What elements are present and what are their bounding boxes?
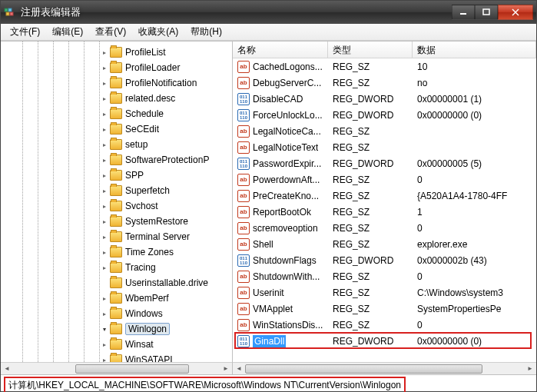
expand-icon[interactable]: ▸ xyxy=(101,310,108,317)
value-name: CachedLogons... xyxy=(253,61,323,72)
tree-item[interactable]: ▸Superfetch xyxy=(1,183,232,198)
expand-icon[interactable]: ▸ xyxy=(101,187,108,194)
reg-sz-icon: ab xyxy=(237,206,250,218)
expand-icon[interactable]: ▸ xyxy=(101,264,108,271)
expand-icon[interactable]: ▸ xyxy=(101,248,108,256)
reg-sz-icon: ab xyxy=(237,303,250,315)
maximize-button[interactable] xyxy=(475,5,498,20)
tree-item[interactable]: ▸Time Zones xyxy=(1,244,232,260)
expand-icon[interactable]: ▸ xyxy=(101,156,108,164)
list-row[interactable]: abPreCreateKno...REG_SZ{A520A1A4-1780-4F… xyxy=(233,188,536,204)
scroll-left-icon[interactable]: ◄ xyxy=(233,364,245,374)
tree-item[interactable]: ▸Svchost xyxy=(1,198,232,214)
tree-item[interactable]: ▸SPP xyxy=(1,168,232,183)
menu-edit[interactable]: 编辑(E) xyxy=(46,24,89,40)
expand-icon[interactable]: ▸ xyxy=(101,110,108,118)
list-row[interactable]: abWinStationsDis...REG_SZ0 xyxy=(233,317,536,333)
list-row[interactable]: 011110GinaDllREG_DWORD0x00000000 (0) xyxy=(233,333,536,349)
tree-item[interactable]: ▸SoftwareProtectionP xyxy=(1,152,232,168)
tree-item[interactable]: ▸setup xyxy=(1,137,232,152)
list-row[interactable]: abLegalNoticeCa...REG_SZ xyxy=(233,123,536,139)
tree-item[interactable]: ▾Winlogon xyxy=(1,321,232,337)
expand-icon[interactable]: ▸ xyxy=(101,95,108,102)
menu-favorites[interactable]: 收藏夹(A) xyxy=(132,24,184,40)
tree-hscrollbar[interactable]: ◄ ► xyxy=(1,362,232,374)
reg-sz-icon: ab xyxy=(237,222,250,234)
folder-icon xyxy=(110,201,122,211)
value-name: ForceUnlockLo... xyxy=(253,110,323,121)
tree-item[interactable]: ▸Windows xyxy=(1,306,232,321)
column-type[interactable]: 类型 xyxy=(328,42,413,58)
value-name: LegalNoticeText xyxy=(253,142,318,153)
list-row[interactable]: 011110DisableCADREG_DWORD0x00000001 (1) xyxy=(233,91,536,107)
expand-icon[interactable]: ▸ xyxy=(101,341,108,348)
column-name[interactable]: 名称 xyxy=(233,42,328,58)
tree-item[interactable]: ▸ProfileLoader xyxy=(1,60,232,75)
tree-item[interactable]: ▸WinSATAPI xyxy=(1,352,232,362)
folder-icon xyxy=(110,247,122,257)
expand-icon[interactable]: ▸ xyxy=(101,48,108,56)
titlebar[interactable]: 注册表编辑器 xyxy=(1,1,536,24)
expand-icon[interactable]: ▸ xyxy=(101,171,108,179)
scroll-left-icon[interactable]: ◄ xyxy=(1,364,13,374)
expand-icon[interactable]: ▸ xyxy=(101,79,108,87)
list-row[interactable]: abCachedLogons...REG_SZ10 xyxy=(233,58,536,75)
expand-icon[interactable]: ▸ xyxy=(101,202,108,210)
reg-dword-icon: 011110 xyxy=(237,93,250,105)
expand-icon[interactable]: ▸ xyxy=(101,64,108,71)
list-row[interactable]: abShellREG_SZexplorer.exe xyxy=(233,236,536,252)
tree-item[interactable]: ▸WbemPerf xyxy=(1,291,232,306)
minimize-button[interactable] xyxy=(452,5,475,20)
list-row[interactable]: abDebugServerC...REG_SZno xyxy=(233,75,536,91)
cell-data: 0 xyxy=(413,174,536,185)
expand-icon[interactable]: ▸ xyxy=(101,356,108,362)
expand-icon[interactable]: ▸ xyxy=(101,218,108,225)
menu-help[interactable]: 帮助(H) xyxy=(184,24,228,40)
list-row[interactable]: 011110ShutdownFlagsREG_DWORD0x0000002b (… xyxy=(233,252,536,268)
list-row[interactable]: abVMAppletREG_SZSystemPropertiesPe xyxy=(233,301,536,317)
tree-item[interactable]: ▸related.desc xyxy=(1,91,232,106)
cell-name: abShutdownWith... xyxy=(233,271,328,283)
tree-item-label: ProfileLoader xyxy=(125,62,180,73)
tree-item[interactable]: ▸Schedule xyxy=(1,106,232,121)
tree-item[interactable]: ▸ProfileNotification xyxy=(1,75,232,91)
cell-data: 0x00000000 (0) xyxy=(413,110,536,121)
tree-item[interactable]: ▸SeCEdit xyxy=(1,121,232,137)
expand-icon[interactable]: ▸ xyxy=(101,141,108,148)
collapse-icon[interactable]: ▾ xyxy=(101,325,108,333)
list-row[interactable]: abLegalNoticeTextREG_SZ xyxy=(233,139,536,155)
list-row[interactable]: abscremoveoptionREG_SZ0 xyxy=(233,220,536,236)
menu-file[interactable]: 文件(F) xyxy=(4,24,46,40)
tree-item-label: Userinstallable.drive xyxy=(125,277,208,288)
expand-icon[interactable]: ▸ xyxy=(101,294,108,302)
list-row[interactable]: abReportBootOkREG_SZ1 xyxy=(233,204,536,220)
tree-item-label: Winlogon xyxy=(125,323,170,335)
menu-view[interactable]: 查看(V) xyxy=(89,24,132,40)
cell-data: 0x00000005 (5) xyxy=(413,158,536,169)
value-name: Userinit xyxy=(253,287,284,298)
column-data[interactable]: 数据 xyxy=(413,42,536,58)
expand-icon[interactable]: ▸ xyxy=(101,233,108,241)
close-button[interactable] xyxy=(498,5,533,20)
tree-item[interactable]: ▸Winsat xyxy=(1,337,232,352)
scroll-right-icon[interactable]: ► xyxy=(524,364,536,374)
tree-item[interactable]: ▸Tracing xyxy=(1,260,232,275)
expand-icon[interactable]: ▸ xyxy=(101,125,108,133)
tree-scroll[interactable]: ▸ProfileList▸ProfileLoader▸ProfileNotifi… xyxy=(1,42,232,362)
list-row[interactable]: abPowerdownAft...REG_SZ0 xyxy=(233,171,536,188)
scroll-right-icon[interactable]: ► xyxy=(220,364,232,374)
tree-item-label: Schedule xyxy=(125,108,164,119)
tree-item[interactable]: Userinstallable.drive xyxy=(1,275,232,291)
expand-icon[interactable] xyxy=(101,279,108,287)
tree-item[interactable]: ▸Terminal Server xyxy=(1,229,232,244)
cell-type: REG_SZ xyxy=(328,78,413,88)
list-row[interactable]: abShutdownWith...REG_SZ0 xyxy=(233,268,536,284)
list-hscrollbar[interactable]: ◄ ► xyxy=(233,362,536,374)
tree-item[interactable]: ▸ProfileList xyxy=(1,45,232,60)
folder-icon xyxy=(110,324,122,334)
tree-item[interactable]: ▸SystemRestore xyxy=(1,214,232,229)
list-row[interactable]: abUserinitREG_SZC:\Windows\system3 xyxy=(233,284,536,301)
list-row[interactable]: 011110ForceUnlockLo...REG_DWORD0x0000000… xyxy=(233,107,536,123)
list-body[interactable]: abCachedLogons...REG_SZ10abDebugServerC.… xyxy=(233,58,536,362)
list-row[interactable]: 011110PasswordExpir...REG_DWORD0x0000000… xyxy=(233,155,536,171)
